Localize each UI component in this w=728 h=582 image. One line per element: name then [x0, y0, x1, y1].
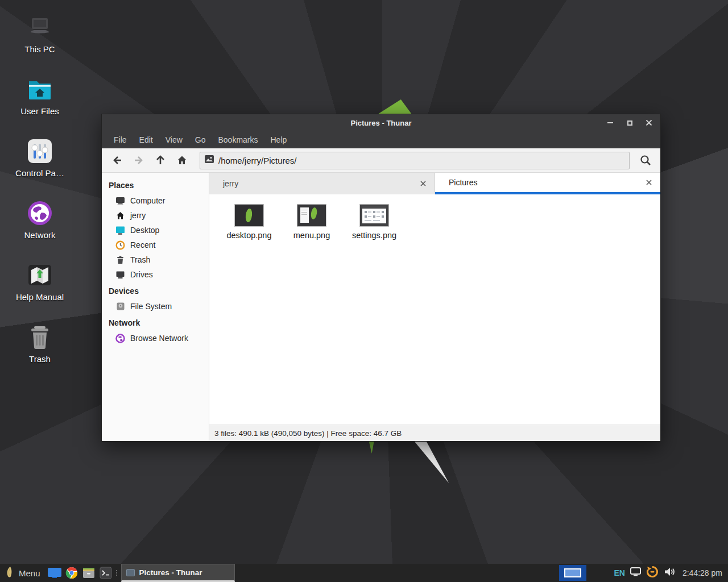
thunar-window: Pictures - Thunar File Edit View Go Book…: [101, 114, 661, 442]
update-manager-icon[interactable]: [646, 566, 659, 580]
forward-button[interactable]: [128, 151, 150, 170]
sidebar-item-jerry[interactable]: jerry: [102, 208, 209, 223]
window-content: Places Computer jerry Desktop Recent Tra…: [102, 173, 660, 441]
wallpaper-mint-logo-fragment: [378, 99, 412, 114]
computer-icon: [115, 196, 125, 206]
back-button[interactable]: [106, 151, 128, 170]
start-menu-button[interactable]: Menu: [0, 564, 46, 582]
tab-label: jerry: [223, 179, 417, 188]
status-bar: 3 files: 490.1 kB (490,050 bytes) | Free…: [209, 425, 660, 441]
sidebar-item-desktop[interactable]: Desktop: [102, 223, 209, 238]
taskbar-left: Menu Pictures - Thunar: [0, 564, 235, 582]
task-button-thunar[interactable]: Pictures - Thunar: [121, 564, 235, 582]
system-tray: EN 2:44:28 pm: [614, 566, 728, 580]
desktop-icon-label: Control Pa…: [15, 168, 64, 178]
desktop-icon-control-panel[interactable]: Control Pa…: [8, 138, 72, 178]
taskbar: Menu Pictures - Thunar EN: [0, 564, 728, 582]
sidebar-item-computer[interactable]: Computer: [102, 193, 209, 208]
file-name: settings.png: [352, 231, 396, 240]
maximize-button[interactable]: [624, 117, 635, 128]
tab-jerry[interactable]: jerry: [209, 173, 435, 194]
window-titlebar[interactable]: Pictures - Thunar: [102, 114, 660, 131]
keyboard-layout-indicator[interactable]: EN: [614, 568, 624, 577]
taskbar-right: EN 2:44:28 pm: [559, 564, 728, 582]
tab-pictures[interactable]: Pictures: [435, 173, 660, 194]
sidebar-item-label: File System: [130, 302, 172, 311]
sidebar-item-browse-network[interactable]: Browse Network: [102, 331, 209, 346]
status-text: 3 files: 490.1 kB (490,050 bytes) | Free…: [214, 429, 402, 438]
close-button[interactable]: [643, 117, 655, 128]
wallpaper-white-blade: [411, 439, 450, 483]
display-icon[interactable]: [630, 567, 641, 579]
desktop-icon-network[interactable]: Network: [8, 199, 72, 240]
file-name: menu.png: [293, 231, 330, 240]
sidebar-item-label: Drives: [130, 270, 153, 279]
toolbar: /home/jerry/Pictures/: [102, 148, 660, 173]
volume-icon[interactable]: [664, 567, 675, 579]
file-manager-launcher[interactable]: [46, 564, 63, 582]
home-folder-icon: [26, 76, 53, 103]
search-button[interactable]: [634, 151, 657, 170]
file-menu-png[interactable]: menu.png: [284, 205, 339, 240]
sidebar-item-label: Computer: [130, 196, 165, 205]
image-thumbnail: [235, 205, 263, 226]
archive-launcher[interactable]: [80, 564, 97, 582]
sidebar-header-devices: Devices: [102, 282, 209, 299]
network-globe-icon: [115, 334, 125, 343]
trash-icon: [115, 255, 125, 265]
menu-edit[interactable]: Edit: [133, 133, 159, 147]
menubar: File Edit View Go Bookmarks Help: [102, 131, 660, 148]
file-name: desktop.png: [226, 231, 271, 240]
window-controls: [605, 114, 655, 131]
chrome-launcher[interactable]: [63, 564, 80, 582]
desktop-icon-user-files[interactable]: User Files: [8, 76, 72, 116]
menu-help[interactable]: Help: [264, 133, 293, 147]
terminal-launcher[interactable]: [97, 564, 114, 582]
clock[interactable]: 2:44:28 pm: [682, 568, 722, 577]
minimize-button[interactable]: [605, 117, 616, 128]
sidebar-item-label: Recent: [130, 240, 155, 250]
sidebar: Places Computer jerry Desktop Recent Tra…: [102, 173, 209, 441]
tab-close-icon[interactable]: [643, 177, 655, 188]
sidebar-item-recent[interactable]: Recent: [102, 238, 209, 252]
home-icon: [115, 211, 125, 221]
file-view[interactable]: desktop.png menu.png: [209, 194, 660, 425]
sidebar-item-drives[interactable]: Drives: [102, 267, 209, 282]
drives-icon: [115, 270, 125, 280]
desktop-icon-help-manual[interactable]: Help Manual: [8, 261, 72, 302]
control-panel-icon: [26, 138, 53, 165]
window-title: Pictures - Thunar: [102, 119, 660, 127]
home-button[interactable]: [171, 151, 193, 170]
desktop-icon-label: User Files: [20, 106, 59, 116]
workspace-switcher[interactable]: [559, 565, 586, 581]
sidebar-item-file-system[interactable]: File System: [102, 299, 209, 314]
thunar-window-icon: [126, 569, 135, 576]
main-pane: jerry Pictures desktop.p: [209, 173, 660, 441]
file-settings-png[interactable]: settings.png: [347, 205, 402, 240]
menu-go[interactable]: Go: [189, 133, 212, 147]
tab-close-icon[interactable]: [417, 178, 429, 189]
sidebar-item-label: Browse Network: [130, 334, 188, 343]
menu-view[interactable]: View: [159, 133, 189, 147]
file-desktop-png[interactable]: desktop.png: [222, 205, 276, 240]
task-button-label: Pictures - Thunar: [139, 568, 202, 577]
image-file-icon: [205, 155, 214, 165]
desktop-icon-trash[interactable]: Trash: [8, 323, 72, 364]
menu-bookmarks[interactable]: Bookmarks: [212, 133, 264, 147]
menu-file[interactable]: File: [107, 133, 133, 147]
desktop-icon: [115, 226, 125, 235]
trash-icon: [26, 323, 53, 351]
address-text: /home/jerry/Pictures/: [218, 156, 297, 165]
network-globe-icon: [26, 199, 53, 227]
tab-label: Pictures: [449, 178, 643, 187]
help-manual-icon: [26, 261, 53, 289]
sidebar-item-label: jerry: [130, 211, 146, 220]
mint-logo-icon: [5, 566, 14, 580]
path-bar[interactable]: /home/jerry/Pictures/: [200, 152, 630, 169]
image-thumbnail: [297, 205, 326, 226]
taskbar-separator-handle[interactable]: [114, 564, 119, 582]
sidebar-item-trash[interactable]: Trash: [102, 252, 209, 267]
laptop-icon: [26, 14, 53, 41]
desktop-icon-this-pc[interactable]: This PC: [8, 14, 72, 54]
up-button[interactable]: [150, 151, 171, 170]
